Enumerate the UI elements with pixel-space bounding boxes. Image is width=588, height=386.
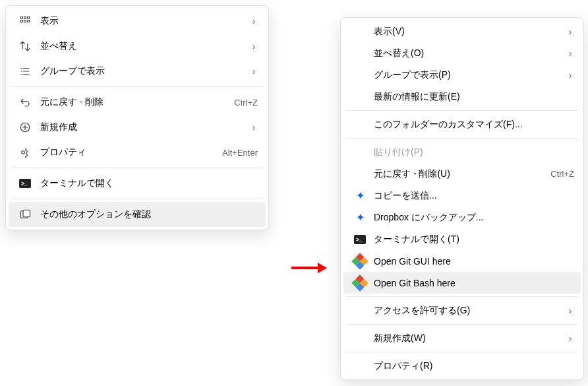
more-icon — [16, 209, 34, 220]
right-menu-item-3[interactable]: 最新の情報に更新(E) — [343, 86, 581, 108]
right-menu-item-17[interactable]: 新規作成(W)› — [343, 327, 581, 349]
svg-point-15 — [22, 151, 25, 154]
menu-item-label: 並べ替え — [40, 40, 243, 52]
svg-rect-2 — [28, 16, 30, 18]
undo-icon — [16, 96, 34, 108]
menu-item-label: 元に戻す - 削除 — [40, 96, 227, 108]
menu-item-label: Open Git GUI here — [374, 256, 574, 267]
menu-item-label: Dropbox にバックアップ... — [374, 212, 574, 224]
menu-item-label: グループで表示 — [40, 65, 243, 77]
group-icon — [16, 65, 34, 77]
menu-item-label: コピーを送信... — [374, 190, 574, 202]
right-menu-item-0[interactable]: 表示(V)› — [343, 20, 581, 42]
separator — [346, 138, 578, 139]
right-menu-item-5[interactable]: このフォルダーのカスタマイズ(F)... — [343, 113, 581, 135]
menu-item-label: ターミナルで開く — [40, 177, 258, 189]
right-menu-item-1[interactable]: 並べ替え(O)› — [343, 42, 581, 64]
separator — [346, 324, 578, 325]
svg-rect-4 — [24, 20, 26, 22]
left-menu-item-10[interactable]: その他のオプションを確認 — [9, 202, 266, 227]
menu-item-label: 表示 — [40, 15, 243, 27]
chevron-right-icon: › — [566, 333, 574, 344]
menu-item-label: このフォルダーのカスタマイズ(F)... — [374, 119, 574, 131]
new-icon — [16, 121, 34, 133]
shortcut-label: Alt+Enter — [222, 148, 258, 158]
left-menu-item-4[interactable]: 元に戻す - 削除Ctrl+Z — [9, 90, 266, 115]
menu-item-label: 元に戻す - 削除(U) — [374, 168, 544, 180]
separator — [346, 296, 578, 297]
chevron-right-icon: › — [566, 26, 574, 37]
chevron-right-icon: › — [566, 48, 574, 59]
context-menu-simple: 表示›並べ替え›グループで表示›元に戻す - 削除Ctrl+Z新規作成›プロパテ… — [5, 5, 269, 230]
left-menu-item-0[interactable]: 表示› — [9, 9, 266, 34]
menu-item-label: アクセスを許可する(G) — [374, 305, 560, 317]
menu-item-label: 新規作成 — [40, 121, 243, 133]
right-menu-item-8[interactable]: 元に戻す - 削除(U)Ctrl+Z — [343, 163, 581, 185]
sort-icon — [16, 40, 34, 52]
view-icon — [16, 15, 34, 27]
chevron-right-icon: › — [250, 66, 258, 77]
svg-rect-17 — [23, 210, 30, 217]
menu-item-label: 新規作成(W) — [374, 333, 560, 344]
separator — [11, 168, 263, 168]
git-icon — [353, 277, 367, 289]
svg-rect-1 — [24, 16, 26, 18]
shortcut-label: Ctrl+Z — [234, 98, 258, 108]
chevron-right-icon: › — [566, 306, 574, 316]
menu-item-label: プロパティ(R) — [374, 360, 574, 372]
svg-rect-5 — [28, 20, 30, 22]
menu-item-label: Open Git Bash here — [374, 278, 574, 288]
arrow-icon — [290, 261, 327, 274]
right-menu-item-12[interactable]: Open Git GUI here — [343, 250, 581, 272]
separator — [346, 352, 578, 352]
right-menu-item-11[interactable]: ターミナルで開く(T) — [343, 228, 581, 250]
context-menu-expanded: 表示(V)›並べ替え(O)›グループで表示(P)›最新の情報に更新(E)このフォ… — [340, 17, 584, 380]
chevron-right-icon: › — [250, 41, 258, 51]
right-menu-item-7: 貼り付け(P) — [343, 141, 581, 163]
chevron-right-icon: › — [566, 70, 574, 80]
left-menu-item-8[interactable]: ターミナルで開く — [9, 171, 266, 196]
menu-item-label: 表示(V) — [374, 26, 560, 38]
left-menu-item-6[interactable]: プロパティAlt+Enter — [9, 140, 266, 165]
right-menu-item-2[interactable]: グループで表示(P)› — [343, 64, 581, 86]
git-icon — [353, 255, 367, 267]
menu-item-label: グループで表示(P) — [374, 69, 560, 81]
dropbox-icon: ✦ — [353, 211, 367, 224]
svg-rect-3 — [20, 20, 22, 22]
dropbox-icon: ✦ — [353, 189, 367, 202]
menu-item-label: 最新の情報に更新(E) — [374, 91, 574, 103]
chevron-right-icon: › — [250, 122, 258, 133]
left-menu-item-5[interactable]: 新規作成› — [9, 115, 266, 140]
separator — [346, 110, 578, 111]
menu-item-label: プロパティ — [40, 146, 216, 158]
terminal-icon — [353, 235, 367, 244]
right-menu-item-9[interactable]: ✦コピーを送信... — [343, 185, 581, 207]
shortcut-label: Ctrl+Z — [550, 169, 574, 179]
right-menu-item-15[interactable]: アクセスを許可する(G)› — [343, 300, 581, 321]
left-menu-item-1[interactable]: 並べ替え› — [9, 34, 266, 59]
props-icon — [16, 146, 34, 158]
separator — [11, 199, 263, 199]
right-menu-item-13[interactable]: Open Git Bash here — [343, 272, 581, 294]
right-menu-item-19[interactable]: プロパティ(R) — [343, 355, 581, 377]
terminal-icon — [16, 179, 34, 188]
chevron-right-icon: › — [250, 16, 258, 26]
menu-item-label: 並べ替え(O) — [374, 48, 560, 59]
svg-marker-19 — [318, 263, 327, 273]
right-menu-item-10[interactable]: ✦Dropbox にバックアップ... — [343, 207, 581, 228]
left-menu-item-2[interactable]: グループで表示› — [9, 59, 266, 84]
separator — [11, 86, 263, 87]
svg-rect-0 — [20, 16, 22, 18]
menu-item-label: ターミナルで開く(T) — [374, 234, 574, 245]
menu-item-label: 貼り付け(P) — [374, 146, 574, 158]
menu-item-label: その他のオプションを確認 — [40, 209, 258, 220]
